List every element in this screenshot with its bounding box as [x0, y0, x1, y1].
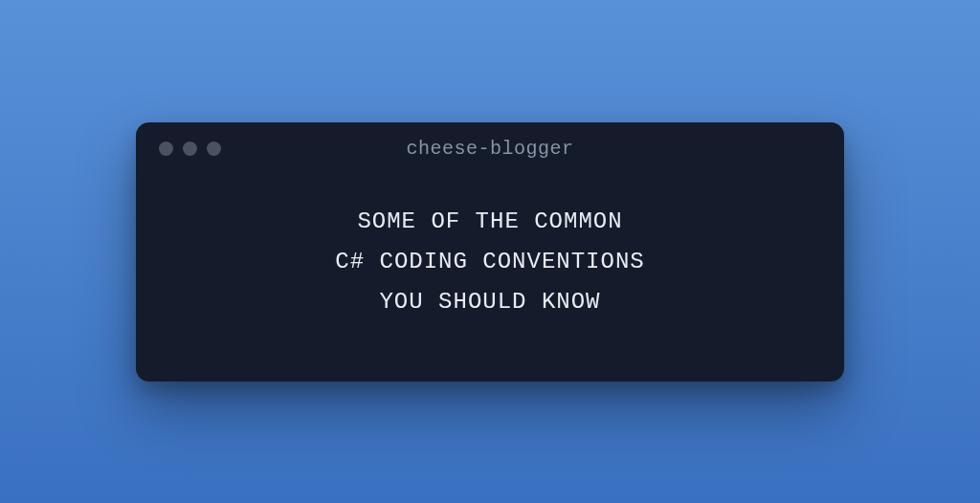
close-icon[interactable]: [159, 142, 173, 156]
traffic-lights: [159, 142, 221, 156]
maximize-icon[interactable]: [207, 142, 221, 156]
app-window: cheese-blogger SOME OF THE COMMON C# COD…: [136, 122, 844, 382]
headline-line-1: SOME OF THE COMMON: [165, 202, 815, 242]
content-area: SOME OF THE COMMON C# CODING CONVENTIONS…: [136, 164, 844, 341]
window-title: cheese-blogger: [136, 138, 844, 160]
titlebar: cheese-blogger: [136, 122, 844, 164]
headline-line-2: C# CODING CONVENTIONS: [165, 242, 815, 282]
headline-line-3: YOU SHOULD KNOW: [165, 282, 815, 322]
minimize-icon[interactable]: [183, 142, 197, 156]
